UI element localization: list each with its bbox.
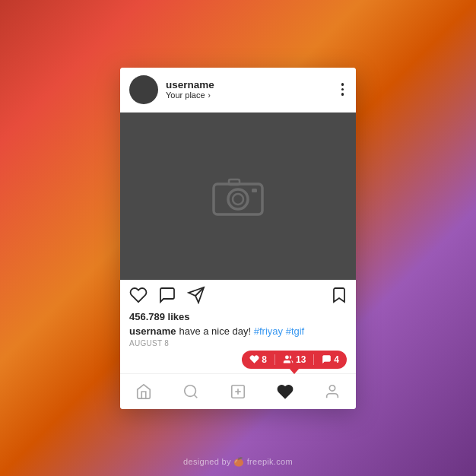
svg-line-9 <box>194 395 197 398</box>
comment-button[interactable] <box>158 286 176 306</box>
left-actions <box>129 286 205 306</box>
more-menu-button[interactable] <box>338 80 347 99</box>
post-image-area <box>120 113 356 280</box>
nav-heart-button[interactable] <box>272 382 298 401</box>
header-info: username Your place › <box>166 79 338 100</box>
svg-rect-3 <box>229 179 240 185</box>
notif-likes: 8 <box>249 354 267 365</box>
post-date: AUGUST 8 <box>129 339 347 347</box>
more-dot-2 <box>341 88 344 91</box>
nav-search-button[interactable] <box>178 382 204 401</box>
notif-divider-1 <box>274 354 275 365</box>
location-chevron: › <box>208 91 211 100</box>
notif-likes-count: 8 <box>262 354 267 365</box>
post-caption: usernamehave a nice day! #friyay #tgif <box>129 325 347 337</box>
nav-profile-button[interactable] <box>319 382 345 401</box>
svg-point-1 <box>228 189 248 209</box>
hashtag1: #friyay <box>254 325 283 337</box>
notif-comments: 4 <box>322 354 339 365</box>
notif-comments-count: 4 <box>334 354 339 365</box>
notif-pill: 8 13 <box>242 351 347 369</box>
watermark: designed by 🍊 freepik.com <box>183 457 293 467</box>
svg-point-13 <box>329 385 335 390</box>
action-buttons-row <box>129 286 347 306</box>
svg-point-7 <box>285 356 288 359</box>
more-dot-1 <box>341 83 344 86</box>
bottom-navigation <box>120 373 356 409</box>
save-button[interactable] <box>330 286 347 306</box>
notif-followers: 13 <box>283 354 306 365</box>
header-username: username <box>166 79 338 90</box>
location-text: Your place › <box>166 90 338 100</box>
camera-placeholder-icon <box>211 172 265 221</box>
nav-home-button[interactable] <box>131 382 157 401</box>
hashtag2: #tgif <box>286 325 305 337</box>
caption-text: have a nice day! <box>179 325 251 337</box>
like-button[interactable] <box>129 286 148 306</box>
notification-bubble: 8 13 <box>129 351 347 369</box>
svg-point-8 <box>185 385 196 396</box>
svg-point-2 <box>233 194 243 205</box>
notif-divider-2 <box>313 354 314 365</box>
post-header: username Your place › <box>120 68 356 113</box>
share-button[interactable] <box>187 286 205 306</box>
more-dot-3 <box>341 93 344 96</box>
post-actions: 456.789 likes usernamehave a nice day! #… <box>120 280 356 373</box>
svg-rect-4 <box>252 189 257 192</box>
avatar <box>129 75 158 104</box>
nav-add-button[interactable] <box>225 382 251 401</box>
notif-followers-count: 13 <box>296 354 306 365</box>
instagram-card: username Your place › <box>120 68 356 409</box>
likes-count: 456.789 likes <box>129 311 347 322</box>
caption-username: username <box>129 325 176 337</box>
app-background: username Your place › <box>0 0 476 476</box>
